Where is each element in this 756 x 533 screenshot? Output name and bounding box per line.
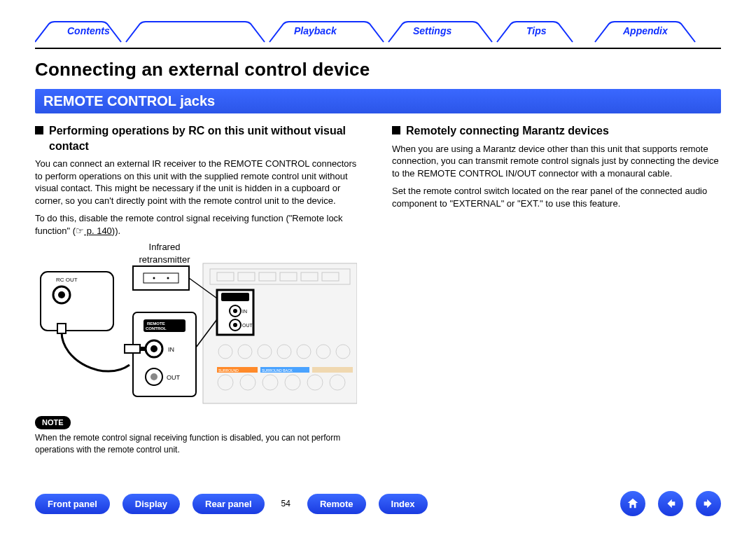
diagram-rcout-label: RC OUT bbox=[56, 277, 78, 283]
page-number: 54 bbox=[277, 499, 295, 508]
svg-text:IN: IN bbox=[168, 346, 174, 353]
left-column: Performing operations by RC on this unit… bbox=[35, 123, 364, 455]
svg-text:IN: IN bbox=[242, 309, 247, 314]
svg-rect-29 bbox=[221, 293, 249, 301]
bullet-square-icon bbox=[392, 126, 400, 134]
divider bbox=[35, 48, 721, 49]
tab-contents[interactable]: Contents bbox=[67, 25, 110, 36]
arrow-right-icon bbox=[702, 497, 715, 510]
right-paragraph-1: When you are using a Marantz device othe… bbox=[392, 143, 721, 180]
svg-rect-7 bbox=[57, 324, 66, 333]
svg-rect-15 bbox=[125, 345, 140, 353]
nav-index[interactable]: Index bbox=[379, 494, 428, 514]
svg-rect-0 bbox=[133, 266, 189, 290]
svg-rect-16 bbox=[140, 347, 146, 351]
svg-text:SURROUND BACK: SURROUND BACK bbox=[262, 368, 293, 373]
section-heading: REMOTE CONTROL jacks bbox=[35, 89, 721, 113]
svg-point-18 bbox=[150, 373, 158, 380]
next-page-button[interactable] bbox=[696, 491, 721, 516]
svg-point-34 bbox=[233, 323, 237, 327]
right-column: Remotely connecting Marantz devices When… bbox=[392, 123, 721, 455]
note-badge: NOTE bbox=[35, 416, 71, 429]
left-subtitle: Performing operations by RC on this unit… bbox=[49, 123, 364, 153]
left-paragraph-2: To do this, disable the remote control s… bbox=[35, 212, 364, 237]
right-subtitle: Remotely connecting Marantz devices bbox=[406, 123, 609, 139]
svg-text:REMOTE: REMOTE bbox=[147, 321, 165, 326]
diagram-ir-connection: Infrared retransmitter RC OUT bbox=[35, 242, 357, 410]
right-paragraph-2: Set the remote control switch located on… bbox=[392, 185, 721, 209]
svg-text:OUT: OUT bbox=[167, 374, 181, 381]
left-paragraph-1: You can connect an external IR receiver … bbox=[35, 158, 364, 207]
tab-settings[interactable]: Settings bbox=[413, 25, 451, 36]
bottom-nav: Front panel Display Rear panel 54 Remote… bbox=[35, 491, 721, 516]
nav-rear-panel[interactable]: Rear panel bbox=[192, 494, 264, 514]
arrow-left-icon bbox=[664, 497, 677, 510]
svg-point-31 bbox=[233, 309, 237, 313]
svg-point-2 bbox=[153, 277, 155, 279]
svg-point-13 bbox=[150, 345, 158, 352]
svg-point-6 bbox=[58, 291, 65, 298]
top-tab-bar: Contents Playback Settings Tips Appendix bbox=[35, 21, 721, 43]
svg-rect-51 bbox=[312, 367, 353, 373]
bullet-square-icon bbox=[35, 126, 43, 134]
nav-remote[interactable]: Remote bbox=[307, 494, 366, 514]
tab-playback[interactable]: Playback bbox=[294, 25, 337, 36]
svg-point-3 bbox=[167, 277, 169, 279]
home-button[interactable] bbox=[620, 491, 645, 516]
svg-text:OUT: OUT bbox=[242, 323, 253, 328]
tab-appendix[interactable]: Appendix bbox=[623, 25, 668, 36]
nav-front-panel[interactable]: Front panel bbox=[35, 494, 110, 514]
nav-display[interactable]: Display bbox=[122, 494, 180, 514]
page-title: Connecting an external control device bbox=[35, 59, 721, 81]
note-text: When the remote control signal receiving… bbox=[35, 432, 364, 455]
svg-text:CONTROL: CONTROL bbox=[146, 326, 167, 331]
page-ref-link[interactable]: p. 140 bbox=[84, 226, 112, 236]
prev-page-button[interactable] bbox=[658, 491, 683, 516]
tab-tips[interactable]: Tips bbox=[526, 25, 547, 36]
svg-text:SURROUND: SURROUND bbox=[218, 368, 239, 373]
home-icon bbox=[626, 497, 639, 510]
